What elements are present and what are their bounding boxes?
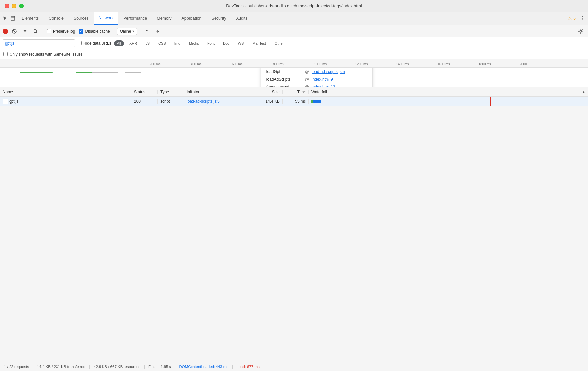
svg-point-5 — [34, 29, 37, 32]
dock-icon[interactable] — [9, 15, 16, 22]
svg-line-6 — [36, 32, 38, 33]
devtools-main: Elements Console Sources Network Perform… — [0, 12, 588, 371]
maximize-button[interactable] — [19, 4, 24, 8]
tooltip-link-1[interactable]: load-ad-scripts.js:5 — [312, 69, 345, 75]
tick-1400ms: 1400 ms — [396, 62, 409, 66]
tick-1600ms: 1600 ms — [437, 62, 450, 66]
tooltip-link-3[interactable]: index.html:12 — [312, 84, 335, 87]
hide-data-urls-checkbox[interactable] — [78, 41, 82, 45]
sort-arrow-icon: ▲ — [582, 90, 585, 94]
filter-bar: Hide data URLs All XHR JS CSS Img Media … — [0, 37, 588, 49]
download-button[interactable] — [153, 27, 162, 36]
filter-all-button[interactable]: All — [114, 40, 124, 46]
tick-2000: 2000 — [520, 62, 527, 66]
tick-1000ms: 1000 ms — [314, 62, 327, 66]
stop-button[interactable] — [10, 27, 19, 36]
timeline-bar-gray1 — [92, 72, 118, 73]
tooltip-row-1: loadGpt @ load-ad-scripts.js:5 — [266, 69, 367, 75]
samesite-label: Only show requests with SameSite issues — [10, 52, 83, 57]
col-header-size[interactable]: Size — [256, 90, 283, 94]
wf-bar-blue — [313, 100, 321, 103]
row-initiator[interactable]: load-ad-scripts.js:5 — [184, 99, 256, 104]
tooltip-row-3: (anonymous) @ index.html:12 — [266, 84, 367, 87]
preserve-log-checkbox[interactable] — [47, 29, 51, 33]
tooltip-link-2[interactable]: index.html:9 — [312, 76, 333, 83]
filter-media-button[interactable]: Media — [186, 40, 202, 46]
network-toolbar: Preserve log Disable cache Online ▾ — [0, 25, 588, 37]
hide-data-urls-label[interactable]: Hide data URLs — [78, 41, 111, 46]
requests-count: 1 / 22 requests — [4, 365, 33, 369]
finish-time: Finish: 1.95 s — [145, 365, 175, 369]
divider3 — [140, 28, 140, 35]
row-size: 14.4 KB — [256, 99, 283, 104]
filter-doc-button[interactable]: Doc — [220, 40, 233, 46]
col-header-type[interactable]: Type — [158, 90, 184, 94]
svg-marker-4 — [23, 30, 27, 33]
cursor-icon[interactable] — [1, 15, 9, 22]
disable-cache-label[interactable]: Disable cache — [78, 29, 111, 34]
tick-800ms: 800 ms — [273, 62, 284, 66]
tab-memory[interactable]: Memory — [152, 12, 176, 25]
preserve-log-label[interactable]: Preserve log — [46, 29, 76, 34]
record-button[interactable] — [3, 29, 8, 34]
tab-network[interactable]: Network — [94, 12, 118, 25]
tab-security[interactable]: Security — [207, 12, 231, 25]
warning-icon: ⚠ — [568, 16, 572, 21]
filter-xhr-button[interactable]: XHR — [126, 40, 140, 46]
row-type: script — [158, 99, 184, 104]
tab-sources[interactable]: Sources — [69, 12, 93, 25]
tab-audits[interactable]: Audits — [232, 12, 252, 25]
col-header-waterfall[interactable]: Waterfall ▲ — [309, 90, 588, 94]
settings-button[interactable] — [576, 27, 585, 36]
load-vline — [490, 97, 491, 106]
tick-400ms: 400 ms — [191, 62, 202, 66]
col-header-time[interactable]: Time — [283, 90, 309, 94]
row-time: 55 ms — [283, 99, 309, 104]
filter-input[interactable] — [3, 39, 75, 47]
table-row[interactable]: gpt.js 200 script load-ad-scripts.js:5 1… — [0, 97, 588, 106]
dom-content-loaded-vline — [468, 97, 468, 106]
filter-button[interactable] — [20, 27, 30, 36]
transferred-size: 14.4 KB / 231 KB transferred — [33, 365, 90, 369]
warning-badge[interactable]: ⚠ 6 — [565, 14, 578, 22]
search-button[interactable] — [31, 27, 40, 36]
dom-content-loaded-status: DOMContentLoaded: 443 ms — [175, 365, 233, 369]
network-table-body: gpt.js 200 script load-ad-scripts.js:5 1… — [0, 97, 588, 371]
initiator-tooltip: loadGpt @ load-ad-scripts.js:5 loadAdScr… — [261, 68, 373, 87]
tab-console[interactable]: Console — [44, 12, 68, 25]
close-button[interactable] — [5, 4, 9, 8]
samesite-checkbox[interactable] — [3, 52, 8, 56]
row-status: 200 — [131, 99, 158, 104]
col-header-status[interactable]: Status — [131, 90, 158, 94]
svg-line-3 — [13, 30, 16, 33]
filter-other-button[interactable]: Other — [272, 40, 287, 46]
tab-application[interactable]: Application — [177, 12, 206, 25]
filter-js-button[interactable]: JS — [143, 40, 153, 46]
row-name-cell: gpt.js — [0, 99, 131, 104]
filter-img-button[interactable]: Img — [171, 40, 183, 46]
minimize-button[interactable] — [12, 4, 16, 8]
filter-font-button[interactable]: Font — [204, 40, 217, 46]
svg-point-11 — [580, 30, 582, 32]
upload-button[interactable] — [143, 27, 152, 36]
kebab-menu[interactable] — [579, 14, 587, 22]
col-header-initiator[interactable]: Initiator — [184, 90, 256, 94]
disable-cache-checkbox[interactable] — [79, 29, 83, 34]
divider2 — [114, 28, 114, 35]
tooltip-row-2: loadAdScripts @ index.html:9 — [266, 76, 367, 83]
tick-200ms: 200 ms — [150, 62, 161, 66]
window-title: DevTools - publisher-ads-audits.glitch.m… — [226, 3, 362, 8]
timeline-bar-gray2 — [125, 72, 141, 73]
load-status: Load: 677 ms — [233, 365, 263, 369]
tick-1200ms: 1200 ms — [355, 62, 368, 66]
tab-performance[interactable]: Performance — [119, 12, 152, 25]
samesite-bar: Only show requests with SameSite issues — [0, 49, 588, 59]
throttle-select[interactable]: Online ▾ — [117, 28, 137, 35]
timeline-bar-green1 — [20, 72, 53, 73]
filter-manifest-button[interactable]: Manifest — [249, 40, 269, 46]
filter-ws-button[interactable]: WS — [235, 40, 247, 46]
tab-elements[interactable]: Elements — [17, 12, 43, 25]
filter-css-button[interactable]: CSS — [155, 40, 169, 46]
timeline-bars: loadGpt @ load-ad-scripts.js:5 loadAdScr… — [0, 68, 588, 87]
col-header-name[interactable]: Name — [0, 90, 131, 94]
